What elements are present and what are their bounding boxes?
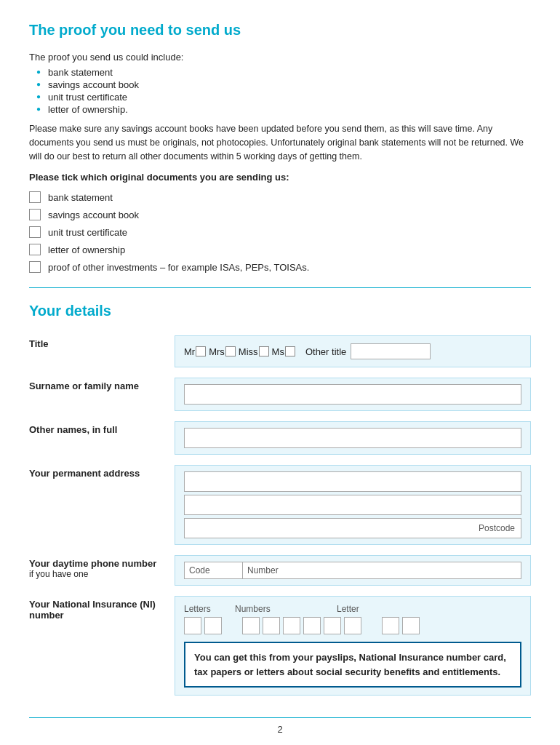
ni-box-10[interactable] <box>402 617 420 634</box>
page-number: 2 <box>277 724 282 735</box>
checkbox-letter-of-ownership[interactable] <box>29 244 41 255</box>
proof-title: The proof you need to send us <box>29 22 531 39</box>
other-title-input[interactable] <box>351 343 431 359</box>
address-line1-input[interactable] <box>184 471 521 492</box>
ni-label: Your National Insurance (NI) number <box>29 596 175 621</box>
title-ms: Ms <box>272 346 295 357</box>
ni-row: Your National Insurance (NI) number Lett… <box>29 596 531 696</box>
checkbox-mrs[interactable] <box>225 346 236 356</box>
ni-box-5[interactable] <box>283 617 300 634</box>
proof-section: The proof you need to send us The proof … <box>29 22 531 273</box>
tick-instruction: Please tick which original documents you… <box>29 172 531 183</box>
ni-box-3[interactable] <box>242 617 260 634</box>
address-row: Your permanent address Postcode <box>29 465 531 545</box>
advisory-text: Please make sure any savings account boo… <box>29 122 531 163</box>
address-field: Postcode <box>175 465 531 545</box>
ni-info-text: You can get this from your payslips, Nat… <box>194 652 506 677</box>
other-names-input[interactable] <box>184 428 521 448</box>
surname-field <box>175 378 531 411</box>
list-item: bank statement <box>29 191 531 203</box>
title-row: Title Mr Mrs Miss Ms Other title <box>29 335 531 367</box>
checkbox-mr[interactable] <box>196 346 206 356</box>
phone-field: Code Number <box>175 555 531 586</box>
checkbox-label: unit trust certificate <box>48 227 127 238</box>
phone-label: Your daytime phone number if you have on… <box>29 555 175 579</box>
list-item: bank statement <box>36 67 531 78</box>
surname-input[interactable] <box>184 384 521 405</box>
surname-row: Surname or family name <box>29 378 531 411</box>
ni-numbers-label: Numbers <box>235 604 337 614</box>
phone-row: Your daytime phone number if you have on… <box>29 555 531 586</box>
other-names-field <box>175 421 531 455</box>
checkbox-list: bank statement savings account book unit… <box>29 191 531 273</box>
title-miss: Miss <box>239 346 269 357</box>
list-item: savings account book <box>29 209 531 220</box>
list-item: proof of other investments – for example… <box>29 261 531 273</box>
address-label: Your permanent address <box>29 465 175 479</box>
title-field: Mr Mrs Miss Ms Other title <box>175 335 531 367</box>
surname-label: Surname or family name <box>29 378 175 391</box>
ni-info-box: You can get this from your payslips, Nat… <box>184 642 521 688</box>
ni-box-1[interactable] <box>184 617 201 634</box>
list-item: savings account book <box>36 79 531 90</box>
list-item: letter of ownership <box>29 244 531 255</box>
ni-box-6[interactable] <box>303 617 321 634</box>
ni-box-8[interactable] <box>344 617 361 634</box>
proof-bullet-list: bank statement savings account book unit… <box>36 67 531 115</box>
phone-input-row: Code Number <box>184 562 521 579</box>
ni-letters-label: Letters <box>184 604 235 614</box>
address-line2-input[interactable] <box>184 495 521 515</box>
ni-box-9[interactable] <box>382 617 399 634</box>
list-item: unit trust certificate <box>29 226 531 238</box>
checkbox-label: savings account book <box>48 210 139 220</box>
ni-box-2[interactable] <box>204 617 222 634</box>
postcode-row: Postcode <box>184 518 521 538</box>
other-title-label: Other title <box>305 346 346 357</box>
checkbox-bank-statement[interactable] <box>29 191 41 203</box>
proof-intro: The proof you send us could include: <box>29 52 531 63</box>
details-section: Your details Title Mr Mrs Miss Ms <box>29 303 531 696</box>
phone-number-label: Number <box>243 562 521 578</box>
other-names-label: Other names, in full <box>29 421 175 435</box>
ni-field: Letters Numbers Letter <box>175 596 531 696</box>
ni-boxes <box>184 617 521 634</box>
ni-box-7[interactable] <box>324 617 341 634</box>
details-title: Your details <box>29 303 531 319</box>
ni-box-4[interactable] <box>263 617 280 634</box>
postcode-label: Postcode <box>479 523 515 533</box>
section-divider <box>29 287 531 288</box>
ni-letter-label: Letter <box>337 604 380 614</box>
other-names-row: Other names, in full <box>29 421 531 455</box>
list-item: letter of ownership. <box>36 104 531 115</box>
ni-labels: Letters Numbers Letter <box>184 604 521 614</box>
list-item: unit trust certificate <box>36 92 531 103</box>
checkbox-savings-account-book[interactable] <box>29 209 41 220</box>
checkbox-unit-trust[interactable] <box>29 226 41 238</box>
checkbox-other-investments[interactable] <box>29 261 41 273</box>
title-options: Mr Mrs Miss Ms Other title <box>184 343 431 359</box>
checkbox-ms[interactable] <box>285 346 295 356</box>
checkbox-label: proof of other investments – for example… <box>48 262 309 273</box>
title-mrs: Mrs <box>209 346 236 357</box>
checkbox-label: letter of ownership <box>48 244 125 255</box>
title-label: Title <box>29 335 175 349</box>
checkbox-miss[interactable] <box>259 346 269 356</box>
page-footer: 2 <box>29 717 531 735</box>
checkbox-label: bank statement <box>48 192 113 203</box>
phone-code-label: Code <box>185 562 243 578</box>
title-mr: Mr <box>184 346 206 357</box>
